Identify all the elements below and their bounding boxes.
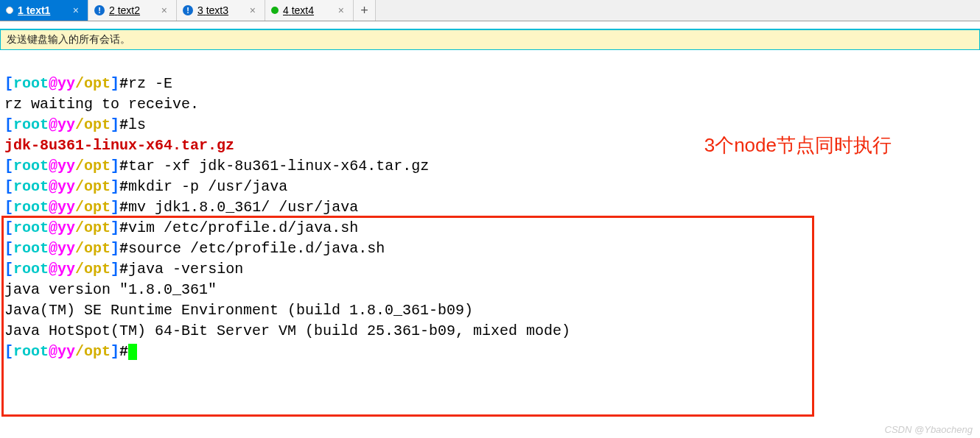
prompt-hash: # [119, 75, 128, 92]
tab-label: 1 text1 [18, 4, 50, 16]
bracket: ] [111, 116, 119, 133]
alert-icon: ! [94, 5, 105, 15]
prompt-path: /opt [75, 240, 111, 257]
bracket: ] [111, 75, 119, 92]
prompt-host: yy [57, 75, 75, 92]
prompt-user: root [13, 343, 49, 360]
prompt-user: root [13, 158, 49, 174]
cmd: ls [128, 116, 146, 133]
bracket: [ [4, 158, 13, 174]
prompt-at: @ [49, 240, 57, 257]
prompt-at: @ [49, 116, 57, 133]
prompt-host: yy [57, 199, 75, 216]
active-dot-icon [6, 7, 13, 14]
prompt-host: yy [57, 178, 75, 195]
output-line: java version "1.8.0_361" [4, 281, 217, 298]
bracket: [ [4, 343, 13, 360]
tabs-bar: 1 text1 × ! 2 text2 × ! 3 text3 × 4 text… [0, 0, 980, 21]
bracket: ] [111, 240, 119, 257]
cmd: mkdir -p /usr/java [128, 178, 287, 195]
prompt-host: yy [57, 116, 75, 133]
bracket: [ [4, 178, 13, 195]
tab-4[interactable]: 4 text4 × [265, 0, 354, 21]
prompt-at: @ [49, 219, 57, 236]
terminal-output[interactable]: [root@yy/opt]#rz -E rz waiting to receiv… [0, 50, 980, 365]
output-line: Java(TM) SE Runtime Environment (build 1… [4, 302, 473, 319]
bracket: [ [4, 75, 13, 92]
prompt-user: root [13, 116, 49, 133]
prompt-hash: # [119, 219, 128, 236]
bracket: [ [4, 219, 13, 236]
annotation-text: 3个node节点同时执行 [704, 133, 892, 158]
close-icon[interactable]: × [335, 4, 347, 16]
bracket: ] [111, 343, 119, 360]
info-bar: 发送键盘输入的所有会话。 [0, 29, 980, 50]
prompt-path: /opt [75, 158, 111, 174]
tab-3[interactable]: ! 3 text3 × [177, 0, 265, 21]
bracket: [ [4, 261, 13, 278]
prompt-user: root [13, 178, 49, 195]
prompt-hash: # [119, 158, 128, 174]
cmd: rz -E [128, 75, 172, 92]
bracket: ] [111, 199, 119, 216]
cmd: tar -xf jdk-8u361-linux-x64.tar.gz [128, 158, 429, 174]
bracket: ] [111, 219, 119, 236]
cmd: mv jdk1.8.0_361/ /usr/java [128, 199, 358, 216]
prompt-at: @ [49, 199, 57, 216]
prompt-at: @ [49, 343, 57, 360]
prompt-hash: # [119, 178, 128, 195]
tab-add-button[interactable]: + [354, 0, 376, 21]
prompt-path: /opt [75, 178, 111, 195]
prompt-host: yy [57, 343, 75, 360]
prompt-user: root [13, 261, 49, 278]
prompt-path: /opt [75, 199, 111, 216]
bracket: ] [111, 261, 119, 278]
bracket: ] [111, 158, 119, 174]
cmd: java -version [128, 261, 243, 278]
tab-label: 4 text4 [283, 4, 314, 16]
watermark: CSDN @Ybaocheng [885, 424, 973, 435]
prompt-hash: # [119, 199, 128, 216]
prompt-path: /opt [75, 116, 111, 133]
tab-1[interactable]: 1 text1 × [0, 0, 88, 21]
green-dot-icon [271, 7, 279, 14]
cmd: vim /etc/profile.d/java.sh [128, 219, 358, 236]
prompt-hash: # [119, 116, 128, 133]
prompt-hash: # [119, 240, 128, 257]
prompt-hash: # [119, 261, 128, 278]
prompt-host: yy [57, 240, 75, 257]
close-icon[interactable]: × [70, 4, 82, 16]
prompt-host: yy [57, 219, 75, 236]
prompt-user: root [13, 75, 49, 92]
prompt-user: root [13, 240, 49, 257]
prompt-hash: # [119, 343, 128, 360]
prompt-at: @ [49, 158, 57, 174]
bracket: [ [4, 116, 13, 133]
prompt-user: root [13, 219, 49, 236]
file-listing: jdk-8u361-linux-x64.tar.gz [4, 137, 234, 154]
prompt-user: root [13, 199, 49, 216]
bracket: ] [111, 178, 119, 195]
output-line: rz waiting to receive. [4, 96, 199, 113]
alert-icon: ! [183, 5, 193, 15]
prompt-path: /opt [75, 219, 111, 236]
bracket: [ [4, 199, 13, 216]
output-line: Java HotSpot(TM) 64-Bit Server VM (build… [4, 322, 570, 339]
prompt-host: yy [57, 261, 75, 278]
tab-label: 2 text2 [109, 4, 140, 16]
prompt-host: yy [57, 158, 75, 174]
tab-label: 3 text3 [197, 4, 228, 16]
prompt-at: @ [49, 75, 57, 92]
prompt-path: /opt [75, 261, 111, 278]
prompt-at: @ [49, 261, 57, 278]
close-icon[interactable]: × [247, 4, 259, 16]
prompt-path: /opt [75, 75, 111, 92]
cursor-icon [128, 344, 137, 360]
bracket: [ [4, 240, 13, 257]
close-icon[interactable]: × [158, 4, 170, 16]
prompt-path: /opt [75, 343, 111, 360]
cmd: source /etc/profile.d/java.sh [128, 240, 385, 257]
tab-2[interactable]: ! 2 text2 × [88, 0, 177, 21]
prompt-at: @ [49, 178, 57, 195]
